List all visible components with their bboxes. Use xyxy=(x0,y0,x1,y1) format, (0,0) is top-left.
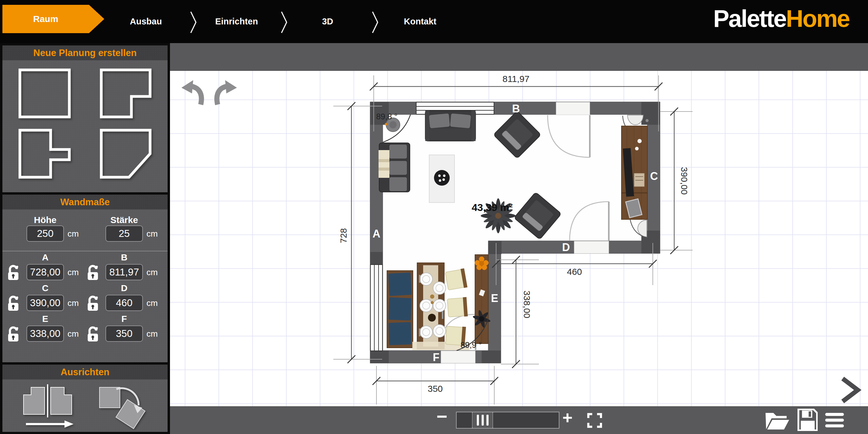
next-chevron-icon[interactable] xyxy=(843,378,858,401)
door-opening-middle[interactable] xyxy=(574,241,609,253)
dim-right: 390,00 xyxy=(679,167,689,195)
lock-icon[interactable] xyxy=(87,264,99,281)
room-shape-l-button[interactable] xyxy=(101,70,150,117)
slider-grip-icon xyxy=(477,415,479,426)
wall-label-c: C xyxy=(650,170,658,182)
dim-inner-e: 338,00 xyxy=(522,290,532,318)
fullscreen-icon[interactable] xyxy=(587,413,602,428)
slider-grip-icon xyxy=(482,415,484,426)
zoom-in-button[interactable]: + xyxy=(562,407,572,428)
wall-f-label: F xyxy=(105,314,143,324)
zoom-slider-handle[interactable] xyxy=(472,412,493,428)
section-title-wall-dims: Wandmaße xyxy=(2,194,167,210)
wall-d-input[interactable] xyxy=(105,295,143,311)
dim-top: 811,97 xyxy=(502,74,530,84)
wall-label-d: D xyxy=(562,241,570,253)
room-shape-t-button[interactable] xyxy=(20,130,69,177)
nav-tab-raum[interactable]: Raum xyxy=(2,5,104,33)
nav-separator-chevron-icon xyxy=(372,11,379,34)
left-sidebar: Neue Planung erstellen Wandmaße Höhe cm … xyxy=(0,43,170,434)
zoom-slider[interactable] xyxy=(456,412,559,429)
wall-e-unit: cm xyxy=(67,329,79,339)
room-area-label: 43,39 m² xyxy=(472,202,513,213)
room-shape-square-button[interactable] xyxy=(20,70,69,117)
wall-c-input[interactable] xyxy=(27,295,64,311)
wall-b-unit: cm xyxy=(147,268,158,277)
slider-grip-icon xyxy=(487,415,489,426)
align-body xyxy=(2,379,167,432)
nav-separator-chevron-icon xyxy=(281,11,288,34)
chair-2[interactable] xyxy=(447,297,468,318)
redo-icon[interactable] xyxy=(217,80,237,104)
bottom-toolbar: − + xyxy=(169,406,868,434)
wall-c-label: C xyxy=(27,283,64,293)
top-nav-bar: Raum Ausbau Einrichten 3D Kontakt Palett… xyxy=(0,0,868,43)
wall-f-input[interactable] xyxy=(105,326,143,342)
new-plan-body xyxy=(2,60,167,192)
wall-c-unit: cm xyxy=(67,299,79,308)
chair-1[interactable] xyxy=(445,268,467,290)
rug-white[interactable] xyxy=(429,155,455,203)
height-label: Höhe xyxy=(27,215,64,225)
dim-left: 728 xyxy=(338,228,348,243)
rotate-tool-button[interactable] xyxy=(93,382,159,430)
undo-icon[interactable] xyxy=(181,80,201,104)
nav-tab-raum-label: Raum xyxy=(2,5,89,33)
door-opening-top[interactable] xyxy=(556,102,590,115)
nav-tab-ausbau[interactable]: Ausbau xyxy=(130,0,162,43)
save-floppy-icon[interactable] xyxy=(797,409,818,431)
lock-icon[interactable] xyxy=(87,295,99,311)
wall-b-label: B xyxy=(105,252,143,262)
lock-icon[interactable] xyxy=(87,326,99,342)
wall-label-f: F xyxy=(433,351,439,364)
thickness-input[interactable] xyxy=(105,225,143,242)
nav-tab-kontakt[interactable]: Kontakt xyxy=(404,0,436,43)
nav-tab-einrichten[interactable]: Einrichten xyxy=(215,0,258,43)
sofa-three-seat[interactable] xyxy=(378,143,410,192)
window-left[interactable] xyxy=(370,265,382,351)
dim-inner-d: 460 xyxy=(567,267,582,277)
door-opening-bottom[interactable] xyxy=(441,351,475,363)
wall-b-input[interactable] xyxy=(105,264,143,280)
section-title-align: Ausrichten xyxy=(2,364,167,380)
wall-dims-body: Höhe cm Stärke cm A B cm cm C D cm cm E xyxy=(2,210,167,362)
dim-bottom: 350 xyxy=(428,384,443,394)
nav-separator-chevron-icon xyxy=(190,11,198,34)
wall-label-a: A xyxy=(373,227,380,240)
wall-label-b: B xyxy=(512,102,520,115)
room-shape-picker xyxy=(2,60,167,192)
mirror-tool-button[interactable] xyxy=(14,382,84,430)
lock-icon[interactable] xyxy=(7,295,19,311)
nav-tab-3d[interactable]: 3D xyxy=(322,0,333,43)
logo-home: Home xyxy=(786,5,849,32)
wall-f-unit: cm xyxy=(147,329,158,339)
open-folder-icon[interactable] xyxy=(764,410,790,431)
wall-a-input[interactable] xyxy=(27,264,64,280)
wall-e-label: E xyxy=(27,314,64,324)
cabinet-tall[interactable] xyxy=(472,255,491,344)
logo-palette: Palette xyxy=(713,5,786,32)
wall-label-e: E xyxy=(491,292,498,304)
angle-bottom-right: 89,9 ° xyxy=(461,341,482,350)
height-unit: cm xyxy=(67,229,79,239)
section-title-new-plan: Neue Planung erstellen xyxy=(2,45,167,61)
wall-d-label: D xyxy=(105,283,143,293)
sideboard-tv[interactable] xyxy=(621,126,647,219)
wall-e-input[interactable] xyxy=(27,326,64,342)
sofa-two-seat[interactable] xyxy=(425,111,475,141)
room-shape-pentagon-button[interactable] xyxy=(101,130,150,177)
lock-icon[interactable] xyxy=(7,326,19,342)
angle-top-left: 89,8 ° xyxy=(376,112,398,121)
palette-home-app: 811,97 728 390,00 460 338,00 350 89,8 ° … xyxy=(0,0,868,434)
divider xyxy=(2,251,167,251)
app-logo: PaletteHome xyxy=(713,5,849,33)
wall-a-label: A xyxy=(27,252,64,262)
lock-icon[interactable] xyxy=(7,264,19,281)
thickness-label: Stärke xyxy=(105,215,143,225)
bench-dining[interactable] xyxy=(387,271,413,348)
zoom-out-button[interactable]: − xyxy=(436,406,447,427)
wall-a-unit: cm xyxy=(67,268,79,277)
thickness-unit: cm xyxy=(147,229,158,239)
height-input[interactable] xyxy=(27,225,64,242)
wall-d-unit: cm xyxy=(147,299,158,308)
